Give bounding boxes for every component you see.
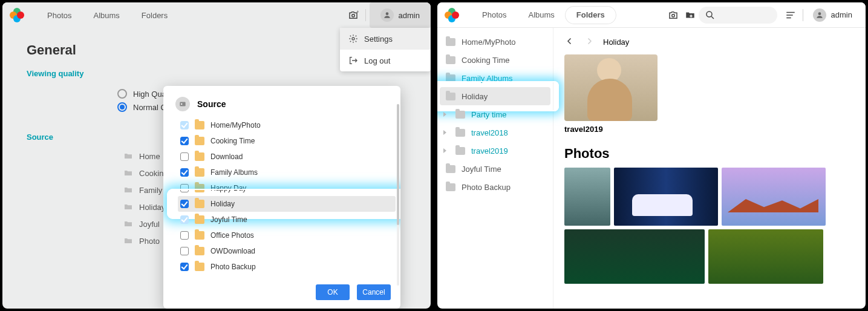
nav-albums[interactable]: Albums <box>82 7 130 24</box>
svg-point-0 <box>351 15 354 18</box>
sidebar-item[interactable]: Cooking Time <box>440 51 550 69</box>
photo-thumbnail[interactable] <box>708 229 823 284</box>
user-menu-trigger[interactable]: admin <box>370 2 431 28</box>
source-option-row[interactable]: Download <box>178 149 396 165</box>
option-label: Download <box>210 152 243 161</box>
source-option-row[interactable]: Cooking Time <box>178 133 396 149</box>
folder-icon <box>195 215 204 224</box>
view-options-icon[interactable] <box>782 7 799 24</box>
menu-settings-label: Settings <box>364 34 393 44</box>
source-option-row[interactable]: OWDownload <box>178 243 396 259</box>
photo-thumbnail[interactable] <box>564 229 705 284</box>
folder-icon <box>123 202 133 212</box>
source-option-row[interactable]: Happy Day <box>178 180 396 196</box>
checkbox[interactable] <box>180 247 189 255</box>
add-photo-icon[interactable] <box>665 7 682 24</box>
svg-point-10 <box>818 12 821 15</box>
checkbox[interactable] <box>180 263 189 271</box>
folder-label: Photo <box>139 237 160 246</box>
dialog-folder-list[interactable]: Home/MyPhotoCooking TimeDownloadFamily A… <box>163 116 400 278</box>
source-option-row[interactable]: Joyful Time <box>178 212 396 228</box>
checkbox[interactable] <box>180 168 189 177</box>
folder-icon <box>195 137 204 145</box>
add-photo-icon[interactable]: + <box>345 7 362 24</box>
checkbox[interactable] <box>180 121 189 129</box>
topbar: Photos Albums Folders + admin <box>2 2 431 28</box>
user-menu-trigger[interactable]: admin <box>807 6 858 24</box>
option-label: OWDownload <box>210 247 255 255</box>
source-option-row[interactable]: Photo Backup <box>178 259 396 275</box>
folder-icon <box>446 183 455 191</box>
sidebar-item[interactable]: travel2018 <box>440 123 550 142</box>
option-label: Office Photos <box>210 231 254 240</box>
folder-icon <box>195 231 204 240</box>
sidebar-item[interactable]: Home/MyPhoto <box>440 33 550 51</box>
checkbox[interactable] <box>180 215 189 224</box>
folder-icon <box>195 121 204 129</box>
photo-thumbnail[interactable] <box>564 168 610 226</box>
nav-photos[interactable]: Photos <box>36 7 82 24</box>
radio-icon <box>117 89 127 99</box>
subfolder-tile[interactable]: travel2019 <box>564 54 658 134</box>
checkbox[interactable] <box>180 200 189 208</box>
sidebar-item[interactable]: Family Albums <box>440 69 550 87</box>
sidebar-item[interactable]: Holiday <box>440 87 550 105</box>
option-label: Holiday <box>210 200 235 208</box>
folder-icon <box>123 151 133 161</box>
avatar-icon <box>813 8 826 22</box>
nav-albums[interactable]: Albums <box>517 7 565 24</box>
svg-point-3 <box>352 38 354 40</box>
checkbox[interactable] <box>180 231 189 240</box>
source-option-row[interactable]: Holiday <box>178 196 396 212</box>
option-label: Photo Backup <box>210 263 256 271</box>
nav-folders[interactable]: Folders <box>566 7 616 24</box>
sidebar-item[interactable]: Party time <box>440 105 550 123</box>
cancel-button[interactable]: Cancel <box>357 284 391 300</box>
chevron-right-icon <box>443 148 446 153</box>
folder-icon <box>446 165 455 173</box>
sidebar-item[interactable]: Photo Backup <box>440 178 550 196</box>
source-option-row[interactable]: Office Photos <box>178 228 396 243</box>
forward-button[interactable] <box>584 36 595 48</box>
settings-window: Photos Albums Folders + admin Settings L… <box>2 2 431 309</box>
sidebar-item-label: Home/MyPhoto <box>462 38 516 47</box>
topbar: Photos Albums Folders admin <box>437 2 866 28</box>
sidebar-item[interactable]: Joyful Time <box>440 160 550 178</box>
dialog-title: Source <box>197 99 226 109</box>
ok-button[interactable]: OK <box>316 284 350 300</box>
user-label: admin <box>831 10 852 19</box>
svg-text:+: + <box>356 10 359 15</box>
source-option-row[interactable]: Home/MyPhoto <box>178 117 396 133</box>
option-label: Happy Day <box>210 184 246 192</box>
checkbox[interactable] <box>180 137 189 145</box>
separator <box>803 9 803 21</box>
menu-settings[interactable]: Settings <box>340 28 431 50</box>
search-input[interactable] <box>699 7 777 24</box>
menu-logout[interactable]: Log out <box>340 50 431 71</box>
svg-point-9 <box>706 11 712 17</box>
folder-label: Home <box>139 152 160 161</box>
source-icon <box>175 97 190 111</box>
source-option-row[interactable]: Family Albums <box>178 165 396 180</box>
dialog-scrollbar[interactable] <box>397 104 399 286</box>
dialog-header: Source <box>163 86 400 116</box>
folder-icon <box>195 168 204 177</box>
add-folder-icon[interactable] <box>682 7 699 24</box>
back-button[interactable] <box>564 36 575 48</box>
photo-thumbnail[interactable] <box>614 168 718 226</box>
arrow-right-icon <box>584 36 595 47</box>
checkbox[interactable] <box>180 184 189 192</box>
photos-heading: Photos <box>564 146 855 162</box>
scrollbar-thumb[interactable] <box>397 104 399 225</box>
sidebar-item-label: Cooking Time <box>462 56 509 65</box>
main-content: Holiday travel2019 Photos <box>553 28 866 309</box>
nav-photos[interactable]: Photos <box>471 7 517 24</box>
checkbox[interactable] <box>180 152 189 161</box>
sidebar-item[interactable]: travel2019 <box>440 142 550 160</box>
sidebar-item-label: travel2019 <box>471 146 508 156</box>
breadcrumb-title: Holiday <box>603 38 629 47</box>
nav-folders[interactable]: Folders <box>131 7 178 24</box>
folder-icon <box>195 247 204 255</box>
radio-icon <box>117 102 127 112</box>
photo-thumbnail[interactable] <box>722 168 826 226</box>
